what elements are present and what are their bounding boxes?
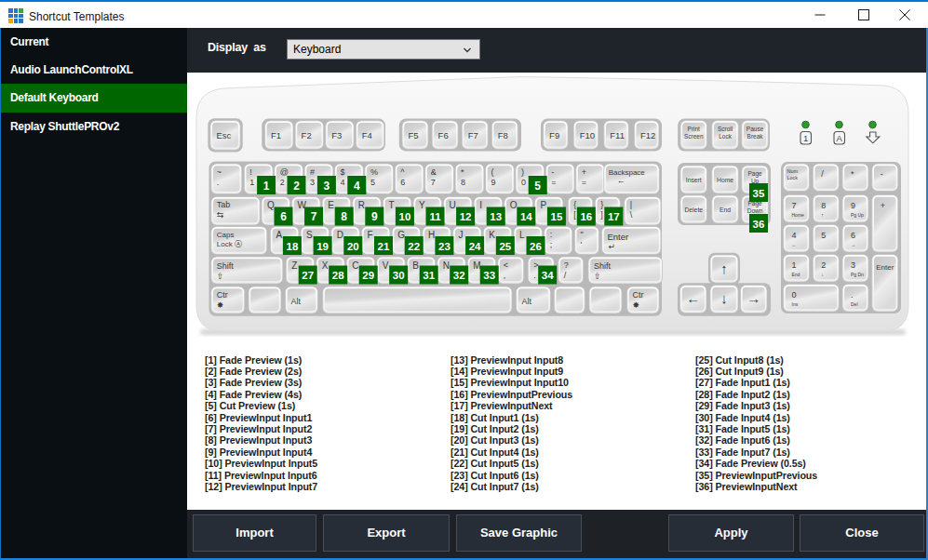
svg-text:Ins: Ins [792, 301, 799, 307]
svg-text:#: # [310, 167, 315, 177]
svg-text:17: 17 [608, 211, 620, 222]
svg-text:5: 5 [370, 178, 375, 187]
svg-text:↓: ↓ [821, 272, 824, 277]
svg-text:V: V [383, 260, 389, 271]
svg-text:23: 23 [438, 241, 451, 252]
svg-text:F3: F3 [331, 130, 342, 140]
svg-text:{: { [573, 200, 576, 209]
svg-text:↑: ↑ [720, 260, 728, 276]
svg-text:S: S [306, 230, 313, 240]
svg-text:→: → [746, 290, 760, 306]
svg-text:,: , [504, 271, 506, 280]
svg-text:8: 8 [341, 210, 347, 223]
svg-text:Pg Dn: Pg Dn [851, 272, 864, 277]
svg-text:Down: Down [747, 207, 763, 214]
svg-text:Insert: Insert [686, 177, 702, 183]
svg-text:F11: F11 [610, 130, 625, 140]
svg-text:*: * [851, 169, 854, 179]
svg-text:7: 7 [792, 201, 797, 210]
svg-text:9: 9 [851, 201, 855, 210]
svg-text:Pause: Pause [746, 126, 764, 132]
svg-text:9: 9 [371, 210, 378, 223]
svg-text:19: 19 [316, 241, 329, 252]
svg-text:35: 35 [753, 188, 765, 199]
svg-text:Delete: Delete [684, 207, 703, 213]
svg-text:@: @ [280, 167, 289, 177]
svg-text:Lock Ⓐ: Lock Ⓐ [217, 240, 242, 248]
svg-text:7: 7 [311, 210, 317, 223]
svg-text:F8: F8 [498, 130, 508, 140]
svg-text:Lock: Lock [719, 133, 732, 140]
svg-text:↑: ↑ [821, 212, 824, 218]
svg-text:6: 6 [851, 231, 855, 240]
svg-text:4: 4 [354, 180, 360, 193]
svg-text:=: = [582, 178, 586, 187]
svg-text:Tab: Tab [217, 200, 231, 209]
svg-text:.: . [533, 271, 536, 280]
svg-text:E: E [328, 200, 334, 210]
svg-text:Shift: Shift [594, 261, 612, 271]
svg-text:29: 29 [362, 270, 374, 281]
svg-text:⇧: ⇧ [594, 272, 601, 281]
svg-text:': ' [580, 240, 582, 249]
svg-text:↵: ↵ [609, 242, 616, 251]
svg-text:8: 8 [461, 178, 465, 187]
svg-text:U: U [450, 200, 456, 210]
svg-text:14: 14 [520, 211, 532, 222]
svg-text:15: 15 [551, 211, 563, 222]
svg-text:2: 2 [280, 178, 285, 187]
svg-text:P: P [540, 200, 546, 210]
svg-text:>: > [533, 260, 538, 270]
svg-text:Esc: Esc [216, 130, 231, 140]
svg-text:Pg Up: Pg Up [851, 212, 864, 218]
svg-text:Lock: Lock [787, 175, 799, 180]
svg-text:8: 8 [821, 201, 826, 210]
svg-text:3: 3 [310, 178, 315, 187]
svg-text:←: ← [792, 242, 797, 247]
svg-text:Del: Del [851, 301, 858, 307]
svg-text:&: & [431, 167, 437, 177]
svg-text:16: 16 [580, 211, 592, 222]
svg-text:2: 2 [293, 180, 300, 193]
svg-text:✸: ✸ [217, 300, 224, 310]
svg-text:0: 0 [521, 178, 526, 187]
svg-text:K: K [489, 230, 495, 240]
svg-text:F7: F7 [468, 130, 478, 140]
svg-text:↓: ↓ [720, 290, 728, 306]
svg-text:9: 9 [491, 178, 496, 187]
svg-text:F2: F2 [302, 130, 312, 140]
svg-text:*: * [461, 167, 464, 177]
svg-text:36: 36 [753, 219, 765, 230]
svg-text:F12: F12 [640, 130, 655, 140]
svg-text:R: R [358, 200, 365, 210]
svg-text:J: J [459, 230, 464, 240]
svg-text:F10: F10 [580, 130, 595, 140]
svg-text:Enter: Enter [608, 232, 629, 242]
svg-text:11: 11 [429, 211, 441, 222]
svg-text:4: 4 [792, 231, 797, 240]
svg-text:18: 18 [287, 241, 299, 252]
svg-text:24: 24 [469, 241, 481, 252]
svg-text:F: F [368, 230, 373, 240]
svg-text:22: 22 [408, 241, 420, 252]
svg-text:Home: Home [792, 212, 805, 218]
svg-text:;: ; [550, 240, 553, 249]
svg-text:12: 12 [460, 211, 472, 222]
svg-text:Backspace: Backspace [609, 168, 646, 177]
svg-text:2: 2 [821, 260, 826, 270]
svg-text:C: C [352, 260, 358, 271]
svg-text:Shift: Shift [217, 261, 235, 271]
svg-text:20: 20 [347, 241, 359, 252]
svg-text:31: 31 [423, 270, 435, 281]
svg-text:←: ← [617, 176, 625, 185]
svg-text:I: I [479, 200, 482, 210]
svg-text:F6: F6 [438, 130, 449, 140]
svg-text:1: 1 [792, 260, 797, 270]
svg-text:3: 3 [851, 260, 855, 270]
svg-text:5: 5 [821, 231, 826, 240]
svg-text:X: X [322, 260, 329, 271]
svg-text:+: + [582, 167, 586, 177]
svg-text:7: 7 [431, 178, 436, 187]
svg-text:$: $ [341, 167, 345, 177]
svg-text:34: 34 [542, 270, 554, 281]
